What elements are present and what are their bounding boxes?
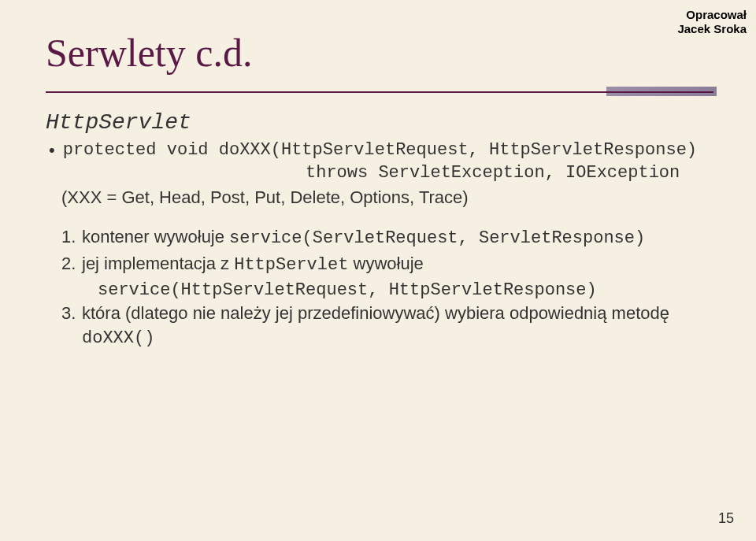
xxx-note: (XXX = Get, Head, Post, Put, Delete, Opt… xyxy=(61,187,717,208)
item-text-post: wywołuje xyxy=(348,254,423,273)
item-number: 3. xyxy=(61,302,82,325)
item-code: service(ServletRequest, ServletResponse) xyxy=(229,228,645,248)
method-signature: protected void doXXX(HttpServletRequest,… xyxy=(63,139,697,162)
item-number: 1. xyxy=(61,225,82,249)
item-text: która (dlatego nie należy jej przedefini… xyxy=(82,303,669,323)
item-code-inline: HttpServlet xyxy=(234,255,348,275)
author-note: Opracował Jacek Sroka xyxy=(677,8,747,36)
bullet-icon: • xyxy=(49,139,55,161)
author-line2: Jacek Sroka xyxy=(677,22,747,36)
list-item: 2. jej implementacja z HttpServlet wywoł… xyxy=(61,252,717,277)
list-item: 3. która (dlatego nie należy jej przedef… xyxy=(61,302,717,350)
item-code: doXXX() xyxy=(82,328,154,348)
method-signature-line: • protected void doXXX(HttpServletReques… xyxy=(46,139,717,162)
item-continuation: service(HttpServletRequest, HttpServletR… xyxy=(98,279,717,302)
page-number: 15 xyxy=(718,510,734,527)
class-name: HttpServlet xyxy=(46,110,717,135)
throws-clause: throws ServletException, IOException xyxy=(306,162,717,185)
content-body: HttpServlet • protected void doXXX(HttpS… xyxy=(46,110,717,352)
numbered-list: 1. kontener wywołuje service(ServletRequ… xyxy=(61,225,717,350)
title-divider xyxy=(46,91,713,93)
item-text: kontener wywołuje xyxy=(82,227,229,246)
list-item: 1. kontener wywołuje service(ServletRequ… xyxy=(61,225,717,250)
item-number: 2. xyxy=(61,252,82,276)
author-line1: Opracował xyxy=(677,8,747,22)
page-title: Serwlety c.d. xyxy=(46,30,252,76)
item-text: jej implementacja z xyxy=(82,254,234,273)
